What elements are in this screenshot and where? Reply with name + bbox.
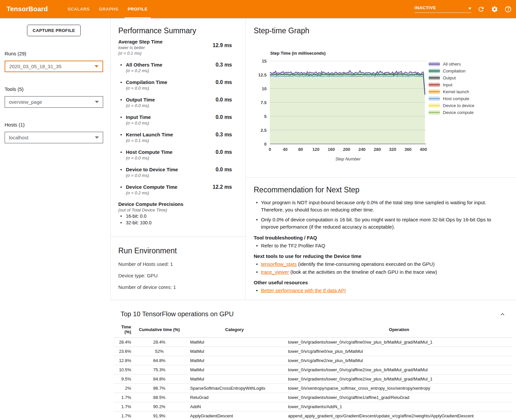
cell-cumulative: 84.8% [135, 375, 184, 384]
cell-operation: tower_0/v/cg/affine2/xw_plus_b/MatMul [285, 356, 513, 365]
hosts-select-value: localhost [9, 135, 28, 140]
breakdown-item-sigma: (σ = 0.0 ms) [126, 103, 232, 108]
average-step-time-value: 12.9 ms [213, 42, 232, 48]
chart-legend: All others Compilation Output Input Kern… [429, 62, 474, 117]
legend-swatch [429, 62, 440, 66]
legend-swatch [429, 76, 440, 80]
app-title: TensorBoard [7, 5, 48, 13]
runs-label: Runs (29) [5, 51, 103, 56]
breakdown-item-sigma: (σ = 0.0 ms) [126, 120, 232, 126]
breakdown-item-value: 0.3 ms [215, 132, 232, 138]
legend-swatch [429, 69, 440, 73]
bullet-icon: • [120, 62, 122, 68]
cell-time: 1.7% [114, 402, 135, 411]
refresh-icon[interactable] [477, 5, 485, 13]
svg-text:360: 360 [404, 147, 412, 152]
legend-label: Output [443, 75, 456, 80]
hosts-select[interactable]: localhost [5, 132, 103, 143]
table-row: 2% 86.7% SparseSoftmaxCrossEntropyWithLo… [114, 384, 513, 393]
top-ops-table: Time (%) Cumulative time (%) Category Op… [114, 324, 513, 420]
help-icon[interactable] [504, 5, 512, 13]
cell-cumulative: 88.5% [135, 393, 184, 402]
divider-horizontal [245, 177, 516, 178]
tfdata-link[interactable]: Better performance with the tf.data API [261, 288, 346, 293]
runs-select[interactable]: 2020_03_05_18_31_35 [5, 61, 103, 72]
breakdown-item-value: 0.0 ms [215, 149, 232, 155]
svg-text:160: 160 [328, 147, 335, 152]
cell-category: MatMul [184, 375, 285, 384]
col-header-category: Category [184, 324, 285, 338]
top-ops-title: Top 10 TensorFlow operations on GPU [121, 309, 234, 319]
cell-operation: tower_0/v/gradients/AddN_1 [285, 402, 513, 411]
tab-graphs[interactable]: GRAPHS [94, 0, 123, 18]
recommendation-bullet: •Your program is NOT input-bound because… [254, 199, 509, 213]
bullet-icon: • [256, 261, 258, 267]
cell-category: SparseSoftmaxCrossEntropyWithLogits [184, 384, 285, 393]
legend-item: Compilation [429, 69, 474, 73]
top-app-bar: TensorBoard SCALARS GRAPHS PROFILE INACT… [0, 0, 516, 18]
run-environment-line: Device type: GPU [118, 272, 232, 279]
legend-label: Compilation [443, 69, 466, 73]
bullet-icon: • [256, 242, 258, 249]
cell-time: 2% [114, 384, 135, 393]
svg-text:400: 400 [420, 147, 427, 152]
gear-icon[interactable] [491, 5, 499, 13]
legend-item: All others [429, 62, 474, 66]
cell-time: 12.8% [114, 356, 135, 365]
table-row: 1.7% 88.5% ReluGrad tower_0/v/gradients/… [114, 393, 513, 402]
breakdown-item-value: 0.0 ms [215, 114, 232, 120]
other-resource-item: •Better performance with the tf.data API [254, 287, 509, 294]
col-header-cumulative: Cumulative time (%) [135, 324, 184, 338]
next-tools-heading: Next tools to use for reducing the Devic… [254, 253, 509, 260]
legend-item: Host compute [429, 97, 474, 101]
legend-swatch [429, 90, 440, 94]
capture-profile-button[interactable]: CAPTURE PROFILE [27, 25, 81, 36]
legend-item: Output [429, 76, 474, 80]
next-tool-item: •tensorflow_stats (identify the time-con… [254, 261, 509, 267]
tab-profile[interactable]: PROFILE [123, 0, 152, 18]
tab-scalars[interactable]: SCALARS [63, 0, 94, 18]
device-compute-precisions: Device Compute Precisions (out of Total … [118, 201, 232, 226]
top-ops-section: Top 10 TensorFlow operations on GPU Time… [110, 300, 516, 420]
breakdown-item: • Input Time (σ = 0.0 ms) 0.0 ms [118, 114, 232, 126]
cell-operation: append_apply_gradient_ops/GradientDescen… [285, 411, 513, 420]
tools-select[interactable]: overview_page [5, 96, 103, 108]
tools-label: Tools (5) [5, 86, 103, 92]
svg-text:2.5: 2.5 [261, 128, 267, 133]
cell-operation: tower_0/v/gradients/tower_0/v/cg/affine2… [285, 375, 513, 384]
breakdown-item: • All Others Time (σ = 0.2 ms) 0.3 ms [118, 62, 232, 73]
breakdown-item-value: 0.0 ms [215, 97, 232, 103]
cell-time: 28.4% [114, 338, 135, 347]
precisions-title: Device Compute Precisions [118, 201, 232, 207]
run-environment-line: Number of Hosts used: 1 [118, 261, 232, 267]
tool-link[interactable]: trace_viewer [261, 269, 289, 275]
cell-category: ApplyGradientDescent [184, 411, 285, 420]
chevron-down-icon [95, 65, 99, 68]
collapse-chevron-up-icon[interactable] [499, 311, 507, 319]
legend-item: Input [429, 83, 474, 87]
precisions-subtitle: (out of Total Device Time) [118, 207, 232, 213]
cell-category: MatMul [184, 338, 285, 347]
cell-cumulative: 64.8% [135, 356, 184, 365]
bullet-icon: • [120, 114, 122, 120]
run-environment-line: Number of device cores: 1 [118, 284, 232, 291]
nav-tabs: SCALARS GRAPHS PROFILE [63, 0, 152, 18]
reload-status-select[interactable]: INACTIVE [415, 5, 472, 13]
breakdown-item: • Device to Device Time (σ = 0.0 ms) 0.0… [118, 166, 232, 178]
faq-heading: Tool troubleshooting / FAQ [254, 235, 509, 241]
legend-label: Input [443, 82, 452, 87]
hosts-label: Hosts (1) [5, 122, 103, 127]
cell-cumulative: 28.4% [135, 338, 184, 347]
recommendation-title: Recommendation for Next Step [254, 184, 509, 195]
tool-link[interactable]: tensorflow_stats [261, 261, 297, 267]
breakdown-item-sigma: (σ = 0.0 ms) [126, 173, 232, 178]
svg-text:5: 5 [264, 114, 267, 119]
breakdown-item-value: 0.3 ms [215, 62, 232, 68]
svg-text:0: 0 [264, 142, 267, 147]
table-row: 23.6% 52% MatMul tower_0/v/cg/affine0/xw… [114, 347, 513, 356]
breakdown-item: • Kernel Launch Time (σ = 0.1 ms) 0.3 ms [118, 131, 232, 143]
bullet-icon: • [256, 199, 258, 206]
legend-item: Kernel launch [429, 90, 474, 94]
breakdown-item: • Output Time (σ = 0.0 ms) 0.0 ms [118, 97, 232, 108]
runs-select-value: 2020_03_05_18_31_35 [9, 64, 62, 69]
